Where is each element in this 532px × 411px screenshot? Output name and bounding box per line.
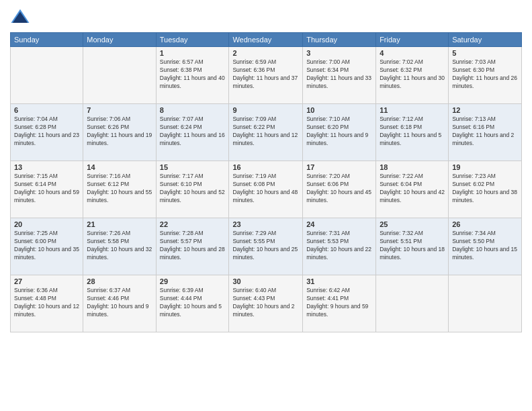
calendar-cell: 23Sunrise: 7:29 AMSunset: 5:55 PMDayligh… bbox=[229, 218, 303, 275]
calendar-cell: 26Sunrise: 7:34 AMSunset: 5:50 PMDayligh… bbox=[449, 218, 522, 275]
day-info: Sunrise: 6:39 AMSunset: 4:44 PMDaylight:… bbox=[160, 287, 226, 319]
calendar-cell: 19Sunrise: 7:23 AMSunset: 6:02 PMDayligh… bbox=[449, 161, 522, 218]
calendar-cell: 31Sunrise: 6:42 AMSunset: 4:41 PMDayligh… bbox=[303, 275, 376, 332]
day-number: 2 bbox=[232, 49, 299, 57]
header-sunday: Sunday bbox=[11, 33, 83, 47]
day-info: Sunrise: 6:36 AMSunset: 4:48 PMDaylight:… bbox=[14, 287, 79, 319]
calendar-cell: 17Sunrise: 7:20 AMSunset: 6:06 PMDayligh… bbox=[303, 161, 376, 218]
calendar-cell: 16Sunrise: 7:19 AMSunset: 6:08 PMDayligh… bbox=[229, 161, 303, 218]
calendar-cell: 21Sunrise: 7:26 AMSunset: 5:58 PMDayligh… bbox=[83, 218, 156, 275]
day-number: 14 bbox=[87, 163, 152, 171]
day-info: Sunrise: 7:19 AMSunset: 6:08 PMDaylight:… bbox=[232, 173, 299, 205]
calendar-cell: 29Sunrise: 6:39 AMSunset: 4:44 PMDayligh… bbox=[156, 275, 229, 332]
day-number: 15 bbox=[160, 163, 226, 171]
day-number: 11 bbox=[380, 106, 445, 114]
calendar-week-5: 27Sunrise: 6:36 AMSunset: 4:48 PMDayligh… bbox=[11, 275, 522, 332]
day-number: 23 bbox=[232, 220, 299, 228]
calendar-cell: 14Sunrise: 7:16 AMSunset: 6:12 PMDayligh… bbox=[83, 161, 156, 218]
day-number: 5 bbox=[452, 49, 518, 57]
day-number: 8 bbox=[160, 106, 226, 114]
calendar-cell: 9Sunrise: 7:09 AMSunset: 6:22 PMDaylight… bbox=[229, 104, 303, 161]
day-info: Sunrise: 7:22 AMSunset: 6:04 PMDaylight:… bbox=[380, 173, 445, 205]
calendar-cell: 18Sunrise: 7:22 AMSunset: 6:04 PMDayligh… bbox=[376, 161, 449, 218]
day-number: 4 bbox=[380, 49, 445, 57]
calendar-cell bbox=[449, 275, 522, 332]
day-info: Sunrise: 6:59 AMSunset: 6:36 PMDaylight:… bbox=[232, 58, 299, 91]
calendar-cell: 11Sunrise: 7:12 AMSunset: 6:18 PMDayligh… bbox=[376, 104, 449, 161]
calendar-cell bbox=[83, 47, 156, 104]
calendar-cell: 30Sunrise: 6:40 AMSunset: 4:43 PMDayligh… bbox=[229, 275, 303, 332]
calendar-cell: 6Sunrise: 7:04 AMSunset: 6:28 PMDaylight… bbox=[11, 104, 83, 161]
day-info: Sunrise: 7:31 AMSunset: 5:53 PMDaylight:… bbox=[306, 230, 372, 262]
calendar-cell: 3Sunrise: 7:00 AMSunset: 6:34 PMDaylight… bbox=[303, 47, 376, 104]
day-info: Sunrise: 7:02 AMSunset: 6:32 PMDaylight:… bbox=[380, 58, 445, 91]
day-number: 19 bbox=[452, 163, 518, 171]
day-info: Sunrise: 7:20 AMSunset: 6:06 PMDaylight:… bbox=[306, 173, 372, 205]
calendar-cell: 24Sunrise: 7:31 AMSunset: 5:53 PMDayligh… bbox=[303, 218, 376, 275]
day-info: Sunrise: 7:07 AMSunset: 6:24 PMDaylight:… bbox=[160, 116, 226, 148]
day-number: 3 bbox=[306, 49, 372, 57]
day-info: Sunrise: 7:00 AMSunset: 6:34 PMDaylight:… bbox=[306, 58, 372, 91]
calendar-week-2: 6Sunrise: 7:04 AMSunset: 6:28 PMDaylight… bbox=[11, 104, 522, 161]
day-number: 18 bbox=[380, 163, 445, 171]
header-wednesday: Wednesday bbox=[229, 33, 303, 47]
header-friday: Friday bbox=[376, 33, 449, 47]
calendar-header-row: Sunday Monday Tuesday Wednesday Thursday… bbox=[11, 33, 522, 47]
logo-icon bbox=[10, 7, 30, 27]
day-number: 16 bbox=[232, 163, 299, 171]
day-info: Sunrise: 6:40 AMSunset: 4:43 PMDaylight:… bbox=[232, 287, 299, 319]
day-info: Sunrise: 6:42 AMSunset: 4:41 PMDaylight:… bbox=[306, 287, 372, 319]
day-info: Sunrise: 7:12 AMSunset: 6:18 PMDaylight:… bbox=[380, 116, 445, 148]
calendar-cell: 5Sunrise: 7:03 AMSunset: 6:30 PMDaylight… bbox=[449, 47, 522, 104]
day-info: Sunrise: 7:26 AMSunset: 5:58 PMDaylight:… bbox=[87, 230, 152, 262]
day-number: 31 bbox=[306, 277, 372, 285]
day-info: Sunrise: 7:06 AMSunset: 6:26 PMDaylight:… bbox=[87, 116, 152, 148]
header-monday: Monday bbox=[83, 33, 156, 47]
day-number: 1 bbox=[160, 49, 226, 57]
day-info: Sunrise: 7:28 AMSunset: 5:57 PMDaylight:… bbox=[160, 230, 226, 262]
day-info: Sunrise: 7:23 AMSunset: 6:02 PMDaylight:… bbox=[452, 173, 518, 205]
calendar-cell bbox=[11, 47, 83, 104]
day-info: Sunrise: 7:10 AMSunset: 6:20 PMDaylight:… bbox=[306, 116, 372, 148]
day-info: Sunrise: 7:03 AMSunset: 6:30 PMDaylight:… bbox=[452, 58, 518, 91]
calendar-cell: 10Sunrise: 7:10 AMSunset: 6:20 PMDayligh… bbox=[303, 104, 376, 161]
day-info: Sunrise: 7:25 AMSunset: 6:00 PMDaylight:… bbox=[14, 230, 79, 262]
day-info: Sunrise: 7:13 AMSunset: 6:16 PMDaylight:… bbox=[452, 116, 518, 148]
page: Sunday Monday Tuesday Wednesday Thursday… bbox=[0, 0, 532, 411]
logo bbox=[10, 7, 32, 27]
day-number: 29 bbox=[160, 277, 226, 285]
day-info: Sunrise: 7:17 AMSunset: 6:10 PMDaylight:… bbox=[160, 173, 226, 205]
calendar-cell: 28Sunrise: 6:37 AMSunset: 4:46 PMDayligh… bbox=[83, 275, 156, 332]
day-info: Sunrise: 6:57 AMSunset: 6:38 PMDaylight:… bbox=[160, 58, 226, 91]
calendar-cell: 15Sunrise: 7:17 AMSunset: 6:10 PMDayligh… bbox=[156, 161, 229, 218]
day-info: Sunrise: 6:37 AMSunset: 4:46 PMDaylight:… bbox=[87, 287, 152, 319]
day-info: Sunrise: 7:04 AMSunset: 6:28 PMDaylight:… bbox=[14, 116, 79, 148]
day-number: 27 bbox=[14, 277, 79, 285]
calendar-cell: 25Sunrise: 7:32 AMSunset: 5:51 PMDayligh… bbox=[376, 218, 449, 275]
header-tuesday: Tuesday bbox=[156, 33, 229, 47]
calendar-week-4: 20Sunrise: 7:25 AMSunset: 6:00 PMDayligh… bbox=[11, 218, 522, 275]
day-number: 6 bbox=[14, 106, 79, 114]
calendar: Sunday Monday Tuesday Wednesday Thursday… bbox=[10, 32, 522, 332]
calendar-cell: 22Sunrise: 7:28 AMSunset: 5:57 PMDayligh… bbox=[156, 218, 229, 275]
calendar-cell bbox=[376, 275, 449, 332]
day-number: 28 bbox=[87, 277, 152, 285]
calendar-cell: 13Sunrise: 7:15 AMSunset: 6:14 PMDayligh… bbox=[11, 161, 83, 218]
day-number: 21 bbox=[87, 220, 152, 228]
day-number: 24 bbox=[306, 220, 372, 228]
calendar-week-1: 1Sunrise: 6:57 AMSunset: 6:38 PMDaylight… bbox=[11, 47, 522, 104]
day-info: Sunrise: 7:34 AMSunset: 5:50 PMDaylight:… bbox=[452, 230, 518, 262]
day-number: 12 bbox=[452, 106, 518, 114]
calendar-cell: 1Sunrise: 6:57 AMSunset: 6:38 PMDaylight… bbox=[156, 47, 229, 104]
calendar-cell: 7Sunrise: 7:06 AMSunset: 6:26 PMDaylight… bbox=[83, 104, 156, 161]
day-info: Sunrise: 7:16 AMSunset: 6:12 PMDaylight:… bbox=[87, 173, 152, 205]
calendar-cell: 12Sunrise: 7:13 AMSunset: 6:16 PMDayligh… bbox=[449, 104, 522, 161]
calendar-cell: 27Sunrise: 6:36 AMSunset: 4:48 PMDayligh… bbox=[11, 275, 83, 332]
calendar-cell: 2Sunrise: 6:59 AMSunset: 6:36 PMDaylight… bbox=[229, 47, 303, 104]
day-info: Sunrise: 7:15 AMSunset: 6:14 PMDaylight:… bbox=[14, 173, 79, 205]
day-number: 9 bbox=[232, 106, 299, 114]
header-thursday: Thursday bbox=[303, 33, 376, 47]
day-info: Sunrise: 7:29 AMSunset: 5:55 PMDaylight:… bbox=[232, 230, 299, 262]
calendar-week-3: 13Sunrise: 7:15 AMSunset: 6:14 PMDayligh… bbox=[11, 161, 522, 218]
calendar-cell: 20Sunrise: 7:25 AMSunset: 6:00 PMDayligh… bbox=[11, 218, 83, 275]
